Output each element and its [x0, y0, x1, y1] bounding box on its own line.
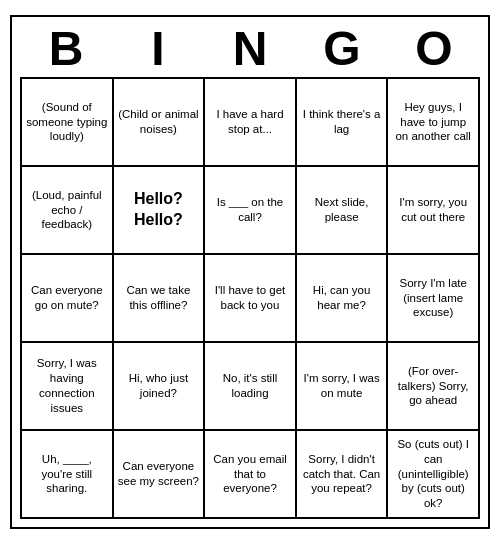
letter-i: I [114, 25, 202, 73]
bingo-cell: (Loud, painful echo / feedback) [21, 166, 113, 254]
bingo-cell: Can everyone go on mute? [21, 254, 113, 342]
bingo-cell: Can everyone see my screen? [113, 430, 205, 518]
bingo-cell: Hey guys, I have to jump on another call [387, 78, 479, 166]
bingo-cell: I'm sorry, you cut out there [387, 166, 479, 254]
bingo-cell: Uh, ____, you're still sharing. [21, 430, 113, 518]
bingo-cell: I'm sorry, I was on mute [296, 342, 388, 430]
bingo-cell: Sorry, I was having connection issues [21, 342, 113, 430]
bingo-cell: I'll have to get back to you [204, 254, 296, 342]
letter-n: N [206, 25, 294, 73]
bingo-cell: So (cuts out) I can (unintelligible) by … [387, 430, 479, 518]
bingo-title: B I N G O [20, 25, 480, 73]
bingo-cell: Hi, can you hear me? [296, 254, 388, 342]
bingo-cell: Can you email that to everyone? [204, 430, 296, 518]
bingo-cell: Sorry I'm late (insert lame excuse) [387, 254, 479, 342]
bingo-cell: I think there's a lag [296, 78, 388, 166]
bingo-cell: (Sound of someone typing loudly) [21, 78, 113, 166]
bingo-cell: Can we take this offline? [113, 254, 205, 342]
bingo-cell: (For over-talkers) Sorry, go ahead [387, 342, 479, 430]
letter-b: B [22, 25, 110, 73]
bingo-cell: Next slide, please [296, 166, 388, 254]
bingo-cell: No, it's still loading [204, 342, 296, 430]
bingo-cell: (Child or animal noises) [113, 78, 205, 166]
bingo-cell: Hi, who just joined? [113, 342, 205, 430]
bingo-cell: Sorry, I didn't catch that. Can you repe… [296, 430, 388, 518]
bingo-card: B I N G O (Sound of someone typing loudl… [10, 15, 490, 529]
letter-g: G [298, 25, 386, 73]
bingo-cell: Is ___ on the call? [204, 166, 296, 254]
letter-o: O [390, 25, 478, 73]
bingo-grid: (Sound of someone typing loudly)(Child o… [20, 77, 480, 519]
bingo-cell: Hello? Hello? [113, 166, 205, 254]
bingo-cell: I have a hard stop at... [204, 78, 296, 166]
